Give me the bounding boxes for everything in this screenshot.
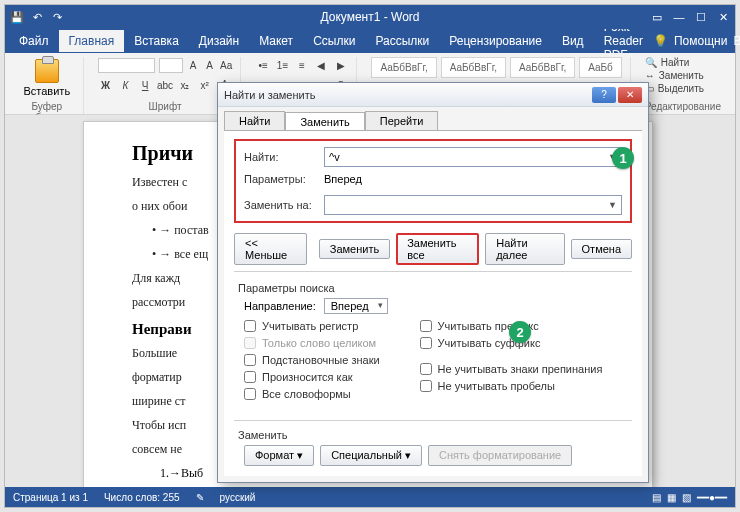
- chk-match-case[interactable]: Учитывать регистр: [244, 320, 380, 332]
- replace-with-input[interactable]: ▼: [324, 195, 622, 215]
- minimize-icon[interactable]: —: [673, 11, 685, 23]
- params-value: Вперед: [324, 173, 362, 185]
- tab-view[interactable]: Вид: [552, 30, 594, 52]
- multilevel-icon[interactable]: ≡: [294, 57, 309, 73]
- find-next-button[interactable]: Найти далее: [485, 233, 564, 265]
- indent-inc-icon[interactable]: ▶: [333, 57, 348, 73]
- tab-insert[interactable]: Вставка: [124, 30, 189, 52]
- group-font-label: Шрифт: [98, 101, 233, 112]
- style-heading2[interactable]: АаБб: [579, 57, 622, 78]
- replace-one-button[interactable]: Заменить: [319, 239, 390, 259]
- format-button[interactable]: Формат ▾: [244, 445, 314, 466]
- style-nospace[interactable]: АаБбВвГг,: [441, 57, 506, 78]
- change-case-icon[interactable]: Aa: [220, 57, 233, 73]
- clipboard-icon: [35, 59, 59, 83]
- find-replace-dialog: Найти и заменить ? ✕ Найти Заменить Пере…: [217, 82, 649, 483]
- italic-icon[interactable]: К: [117, 77, 133, 93]
- find-input[interactable]: ^v▼: [324, 147, 622, 167]
- underline-icon[interactable]: Ч: [137, 77, 153, 93]
- close-window-icon[interactable]: ✕: [717, 11, 729, 23]
- chk-word-forms[interactable]: Все словоформы: [244, 388, 380, 400]
- chk-ignore-punct[interactable]: Не учитывать знаки препинания: [420, 363, 603, 375]
- group-clipboard: Вставить Буфер обме…: [11, 57, 84, 114]
- tab-home[interactable]: Главная: [59, 30, 125, 52]
- tab-file[interactable]: Файл: [9, 30, 59, 52]
- subscript-icon[interactable]: x₂: [177, 77, 193, 93]
- status-proof-icon[interactable]: ✎: [196, 492, 204, 503]
- callout-box-1: 1 Найти: ^v▼ Параметры: Вперед Заменить …: [234, 139, 632, 223]
- titlebar: 💾 ↶ ↷ Документ1 - Word ▭ — ☐ ✕: [5, 5, 735, 29]
- bullets-icon[interactable]: •≡: [255, 57, 270, 73]
- tell-me-icon[interactable]: 💡: [653, 34, 668, 48]
- direction-select[interactable]: Вперед: [324, 298, 388, 314]
- find-label: Найти:: [244, 151, 318, 163]
- paste-button[interactable]: Вставить: [19, 57, 75, 99]
- replace-button[interactable]: ↔Заменить: [645, 70, 721, 81]
- chk-sounds-like[interactable]: Произносится как: [244, 371, 380, 383]
- badge-two: 2: [509, 321, 531, 343]
- dialog-tabs: Найти Заменить Перейти: [218, 107, 648, 130]
- search-params-title: Параметры поиска: [238, 282, 632, 294]
- maximize-icon[interactable]: ☐: [695, 11, 707, 23]
- select-button[interactable]: ▭Выделить: [645, 83, 721, 94]
- redo-icon[interactable]: ↷: [51, 11, 63, 23]
- less-button[interactable]: << Меньше: [234, 233, 307, 265]
- font-name-combo[interactable]: [98, 58, 155, 73]
- find-button[interactable]: 🔍Найти: [645, 57, 721, 68]
- style-heading1[interactable]: АаБбВвГг,: [510, 57, 575, 78]
- dialog-tab-find[interactable]: Найти: [224, 111, 285, 130]
- strike-icon[interactable]: abc: [157, 77, 173, 93]
- view-print-icon[interactable]: ▦: [667, 492, 676, 503]
- tab-design[interactable]: Дизайн: [189, 30, 249, 52]
- dialog-title: Найти и заменить: [224, 89, 315, 101]
- ribbon-options-icon[interactable]: ▭: [651, 11, 663, 23]
- ribbon-tabs: Файл Главная Вставка Дизайн Макет Ссылки…: [5, 29, 735, 53]
- params-label: Параметры:: [244, 173, 318, 185]
- group-editing-label: Редактирование: [645, 101, 721, 112]
- paste-label: Вставить: [24, 85, 71, 97]
- replace-section-title: Заменить: [238, 429, 632, 441]
- shrink-font-icon[interactable]: A: [203, 57, 216, 73]
- view-read-icon[interactable]: ▤: [652, 492, 661, 503]
- dialog-tab-goto[interactable]: Перейти: [365, 111, 439, 130]
- dialog-titlebar[interactable]: Найти и заменить ? ✕: [218, 83, 648, 107]
- chk-ignore-space[interactable]: Не учитывать пробелы: [420, 380, 603, 392]
- zoom-slider[interactable]: ━━●━━: [697, 492, 727, 503]
- signin-label[interactable]: Вход: [733, 34, 740, 48]
- dialog-tab-replace[interactable]: Заменить: [285, 112, 364, 131]
- dialog-help-button[interactable]: ?: [592, 87, 616, 103]
- search-params-group: Параметры поиска Направление: Вперед Учи…: [234, 271, 632, 400]
- status-lang[interactable]: русский: [220, 492, 256, 503]
- status-words[interactable]: Число слов: 255: [104, 492, 180, 503]
- bold-icon[interactable]: Ж: [98, 77, 114, 93]
- font-size-combo[interactable]: [159, 58, 183, 73]
- badge-one: 1: [612, 147, 634, 169]
- status-page[interactable]: Страница 1 из 1: [13, 492, 88, 503]
- find-icon: 🔍: [645, 57, 657, 68]
- undo-icon[interactable]: ↶: [31, 11, 43, 23]
- style-normal[interactable]: АаБбВвГг,: [371, 57, 436, 78]
- replace-format-section: Заменить Формат ▾ Специальный ▾ Снять фо…: [234, 420, 632, 466]
- tab-layout[interactable]: Макет: [249, 30, 303, 52]
- superscript-icon[interactable]: x²: [197, 77, 213, 93]
- replace-all-button[interactable]: Заменить все: [396, 233, 479, 265]
- chevron-down-icon[interactable]: ▼: [608, 200, 617, 210]
- view-web-icon[interactable]: ▧: [682, 492, 691, 503]
- tab-mailings[interactable]: Рассылки: [365, 30, 439, 52]
- grow-font-icon[interactable]: A: [187, 57, 200, 73]
- clear-format-button: Снять форматирование: [428, 445, 572, 466]
- window-title: Документ1 - Word: [320, 10, 419, 24]
- group-editing: 🔍Найти ↔Заменить ▭Выделить Редактировани…: [637, 57, 729, 114]
- special-button[interactable]: Специальный ▾: [320, 445, 422, 466]
- chk-wildcards[interactable]: Подстановочные знаки: [244, 354, 380, 366]
- direction-label: Направление:: [244, 300, 316, 312]
- dialog-close-button[interactable]: ✕: [618, 87, 642, 103]
- tab-references[interactable]: Ссылки: [303, 30, 365, 52]
- numbering-icon[interactable]: 1≡: [275, 57, 290, 73]
- indent-dec-icon[interactable]: ◀: [314, 57, 329, 73]
- cancel-button[interactable]: Отмена: [571, 239, 632, 259]
- tab-review[interactable]: Рецензирование: [439, 30, 552, 52]
- statusbar: Страница 1 из 1 Число слов: 255 ✎ русски…: [5, 487, 735, 507]
- help-label[interactable]: Помощни: [674, 34, 727, 48]
- save-icon[interactable]: 💾: [11, 11, 23, 23]
